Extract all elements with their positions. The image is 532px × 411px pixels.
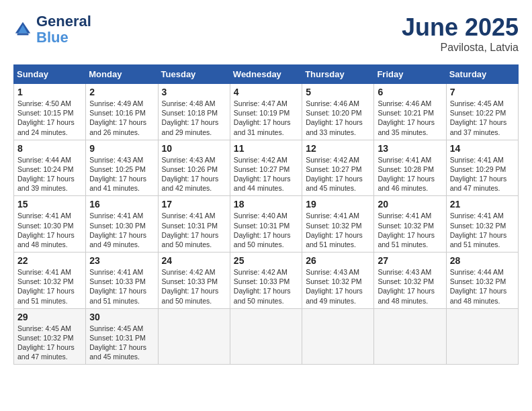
table-row: 12Sunrise: 4:42 AMSunset: 10:27 PMDaylig… [302,140,374,196]
day-info: Sunrise: 4:42 AMSunset: 10:33 PMDaylight… [162,267,226,306]
day-number: 25 [234,255,298,266]
day-info: Sunrise: 4:45 AMSunset: 10:32 PMDaylight… [17,324,82,362]
day-number: 19 [306,199,370,210]
day-number: 27 [378,255,442,266]
day-number: 28 [450,255,515,266]
table-row: 6Sunrise: 4:46 AMSunset: 10:21 PMDayligh… [374,84,446,140]
logo: General Blue [13,13,91,46]
table-row: 9Sunrise: 4:43 AMSunset: 10:25 PMDayligh… [86,140,158,196]
day-number: 4 [234,87,298,97]
table-row: 28Sunrise: 4:44 AMSunset: 10:32 PMDaylig… [446,253,518,309]
table-row: 25Sunrise: 4:42 AMSunset: 10:33 PMDaylig… [230,253,302,309]
day-info: Sunrise: 4:41 AMSunset: 10:29 PMDaylight… [450,155,515,193]
logo-text: General Blue [36,13,91,46]
day-number: 1 [17,87,82,97]
calendar-subtitle: Pavilosta, Latvia [402,42,519,54]
table-row: 17Sunrise: 4:41 AMSunset: 10:31 PMDaylig… [158,196,230,253]
col-friday: Friday [374,65,446,84]
day-info: Sunrise: 4:41 AMSunset: 10:32 PMDaylight… [450,211,515,249]
table-row [446,308,518,365]
table-row: 13Sunrise: 4:41 AMSunset: 10:28 PMDaylig… [374,140,446,196]
day-info: Sunrise: 4:48 AMSunset: 10:18 PMDaylight… [162,99,226,137]
day-number: 10 [162,143,226,154]
day-info: Sunrise: 4:42 AMSunset: 10:33 PMDaylight… [234,267,298,306]
day-number: 20 [378,199,442,210]
table-row: 4Sunrise: 4:47 AMSunset: 10:19 PMDayligh… [230,84,302,140]
day-info: Sunrise: 4:50 AMSunset: 10:15 PMDaylight… [17,99,82,137]
table-row: 3Sunrise: 4:48 AMSunset: 10:18 PMDayligh… [158,84,230,140]
day-info: Sunrise: 4:43 AMSunset: 10:32 PMDaylight… [306,267,370,306]
day-number: 11 [234,143,298,154]
day-number: 5 [306,87,370,97]
day-number: 15 [17,199,82,210]
calendar-title: June 2025 [402,13,519,42]
day-number: 26 [306,255,370,266]
calendar-header-row: Sunday Monday Tuesday Wednesday Thursday… [14,65,519,84]
table-row: 14Sunrise: 4:41 AMSunset: 10:29 PMDaylig… [446,140,518,196]
day-number: 24 [162,255,226,266]
title-block: June 2025 Pavilosta, Latvia [402,13,519,54]
day-info: Sunrise: 4:41 AMSunset: 10:31 PMDaylight… [162,211,226,249]
day-info: Sunrise: 4:46 AMSunset: 10:20 PMDaylight… [306,99,370,137]
day-number: 8 [17,143,82,154]
day-info: Sunrise: 4:47 AMSunset: 10:19 PMDaylight… [234,99,298,137]
day-info: Sunrise: 4:41 AMSunset: 10:32 PMDaylight… [17,267,82,306]
day-info: Sunrise: 4:40 AMSunset: 10:31 PMDaylight… [234,211,298,249]
col-saturday: Saturday [446,65,518,84]
page-header: General Blue June 2025 Pavilosta, Latvia [13,13,519,54]
table-row: 24Sunrise: 4:42 AMSunset: 10:33 PMDaylig… [158,253,230,309]
day-number: 2 [89,87,154,97]
calendar-row: 1Sunrise: 4:50 AMSunset: 10:15 PMDayligh… [14,84,519,140]
day-info: Sunrise: 4:44 AMSunset: 10:24 PMDaylight… [17,155,82,193]
day-number: 3 [162,87,226,97]
table-row: 29Sunrise: 4:45 AMSunset: 10:32 PMDaylig… [14,308,86,365]
day-number: 21 [450,199,515,210]
day-info: Sunrise: 4:44 AMSunset: 10:32 PMDaylight… [450,267,515,306]
day-info: Sunrise: 4:46 AMSunset: 10:21 PMDaylight… [378,99,442,137]
day-number: 29 [17,312,82,322]
table-row: 19Sunrise: 4:41 AMSunset: 10:32 PMDaylig… [302,196,374,253]
calendar-row: 15Sunrise: 4:41 AMSunset: 10:30 PMDaylig… [14,196,519,253]
day-info: Sunrise: 4:41 AMSunset: 10:30 PMDaylight… [89,211,154,249]
table-row [374,308,446,365]
table-row: 23Sunrise: 4:41 AMSunset: 10:33 PMDaylig… [86,253,158,309]
day-info: Sunrise: 4:45 AMSunset: 10:22 PMDaylight… [450,99,515,137]
day-info: Sunrise: 4:41 AMSunset: 10:30 PMDaylight… [17,211,82,249]
day-info: Sunrise: 4:43 AMSunset: 10:25 PMDaylight… [89,155,154,193]
day-number: 16 [89,199,154,210]
table-row: 27Sunrise: 4:43 AMSunset: 10:32 PMDaylig… [374,253,446,309]
col-sunday: Sunday [14,65,86,84]
day-number: 17 [162,199,226,210]
day-number: 30 [89,312,154,322]
col-wednesday: Wednesday [230,65,302,84]
table-row [302,308,374,365]
col-thursday: Thursday [302,65,374,84]
day-number: 12 [306,143,370,154]
table-row [230,308,302,365]
table-row: 30Sunrise: 4:45 AMSunset: 10:31 PMDaylig… [86,308,158,365]
table-row: 15Sunrise: 4:41 AMSunset: 10:30 PMDaylig… [14,196,86,253]
table-row: 10Sunrise: 4:43 AMSunset: 10:26 PMDaylig… [158,140,230,196]
day-number: 18 [234,199,298,210]
day-number: 13 [378,143,442,154]
day-number: 6 [378,87,442,97]
day-info: Sunrise: 4:42 AMSunset: 10:27 PMDaylight… [234,155,298,193]
table-row: 8Sunrise: 4:44 AMSunset: 10:24 PMDayligh… [14,140,86,196]
day-info: Sunrise: 4:41 AMSunset: 10:33 PMDaylight… [89,267,154,306]
table-row: 5Sunrise: 4:46 AMSunset: 10:20 PMDayligh… [302,84,374,140]
calendar-row: 22Sunrise: 4:41 AMSunset: 10:32 PMDaylig… [14,253,519,309]
col-monday: Monday [86,65,158,84]
table-row: 22Sunrise: 4:41 AMSunset: 10:32 PMDaylig… [14,253,86,309]
table-row: 26Sunrise: 4:43 AMSunset: 10:32 PMDaylig… [302,253,374,309]
day-number: 23 [89,255,154,266]
day-info: Sunrise: 4:42 AMSunset: 10:27 PMDaylight… [306,155,370,193]
calendar-row: 8Sunrise: 4:44 AMSunset: 10:24 PMDayligh… [14,140,519,196]
table-row: 11Sunrise: 4:42 AMSunset: 10:27 PMDaylig… [230,140,302,196]
day-info: Sunrise: 4:43 AMSunset: 10:32 PMDaylight… [378,267,442,306]
day-number: 22 [17,255,82,266]
day-info: Sunrise: 4:41 AMSunset: 10:32 PMDaylight… [306,211,370,249]
day-info: Sunrise: 4:43 AMSunset: 10:26 PMDaylight… [162,155,226,193]
col-tuesday: Tuesday [158,65,230,84]
day-info: Sunrise: 4:49 AMSunset: 10:16 PMDaylight… [89,99,154,137]
table-row: 16Sunrise: 4:41 AMSunset: 10:30 PMDaylig… [86,196,158,253]
